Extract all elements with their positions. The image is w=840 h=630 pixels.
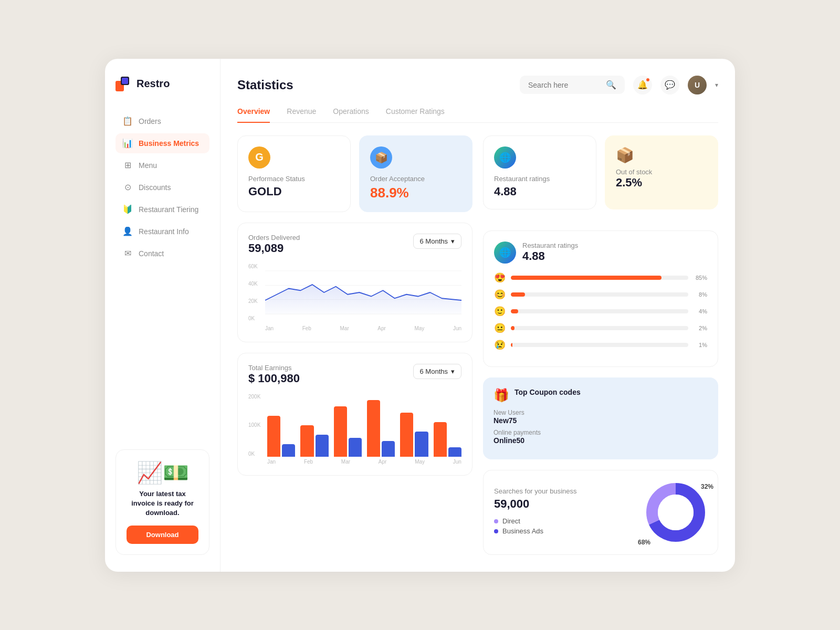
coupon-code-2: Online50 — [494, 436, 708, 445]
direct-dot — [494, 519, 498, 523]
tab-operations[interactable]: Operations — [333, 107, 369, 123]
right-column: 🌐 Restaurant ratings 4.88 📦 Out of stock… — [483, 135, 718, 555]
search-input[interactable] — [528, 81, 602, 89]
orders-chart-title: Orders Delivered — [248, 234, 300, 242]
chevron-down-icon: ▾ — [715, 81, 718, 89]
top-stat-cards: G Performace Status GOLD 📦 Order Accepta… — [237, 135, 472, 212]
search-stats-value: 59,000 — [494, 497, 577, 511]
tab-customer-ratings[interactable]: Customer Ratings — [386, 107, 445, 123]
rating-row-4: 😐 2% — [494, 322, 707, 334]
order-acceptance-card: 📦 Order Acceptance 88.9% — [359, 135, 472, 212]
restaurant-ratings-label: Restaurant ratings — [494, 175, 585, 183]
legend-business-ads: Business Ads — [494, 527, 577, 535]
search-icon: 🔍 — [606, 80, 616, 90]
bar-group-mar — [334, 406, 362, 457]
orders-icon: 📋 — [123, 117, 132, 126]
sidebar: Restro 📋 Orders 📊 Business Metrics ⊞ Men… — [105, 59, 220, 572]
sidebar-item-restaurant-info[interactable]: 👤 Restaurant Info — [116, 222, 209, 242]
avatar[interactable]: U — [688, 76, 707, 94]
order-acceptance-icon: 📦 — [370, 146, 392, 169]
download-button[interactable]: Download — [127, 526, 198, 544]
ratings-card: 🌐 Restaurant ratings 4.88 😍 85% — [483, 230, 718, 367]
coupon-code-1: New75 — [494, 416, 708, 425]
messages-button[interactable]: 💬 — [660, 76, 679, 94]
bar-may-blue — [415, 432, 428, 457]
sidebar-item-business-metrics[interactable]: 📊 Business Metrics — [116, 133, 209, 153]
orders-chart-card: Orders Delivered 59,089 6 Months ▾ 60K 4… — [237, 223, 472, 342]
bar-group-jun — [434, 422, 461, 457]
orders-period-select[interactable]: 6 Months ▾ — [413, 234, 461, 249]
earnings-chart-header: Total Earnings $ 100,980 6 Months ▾ — [248, 364, 461, 385]
main-content: Statistics 🔍 🔔 💬 U ▾ Overview Rev — [220, 59, 735, 572]
bar-track-2 — [511, 292, 688, 297]
out-of-stock-label: Out of stock — [616, 168, 707, 176]
search-stats-info: Searches for your business 59,000 Direct… — [494, 487, 577, 537]
emoji-1: 😍 — [494, 272, 507, 284]
app-name: Restro — [136, 78, 170, 90]
notifications-button[interactable]: 🔔 — [633, 76, 652, 94]
bar-feb-orange — [300, 425, 313, 457]
earnings-chart-info: Total Earnings $ 100,980 — [248, 364, 300, 385]
emoji-4: 😐 — [494, 322, 507, 334]
earnings-period-select[interactable]: 6 Months ▾ — [413, 364, 461, 379]
emoji-3: 🙂 — [494, 306, 507, 317]
bar-may-orange — [400, 413, 413, 457]
bar-jun-orange — [434, 422, 447, 457]
sidebar-item-orders[interactable]: 📋 Orders — [116, 111, 209, 131]
performance-card: G Performace Status GOLD — [237, 135, 351, 212]
bar-group-apr — [367, 400, 395, 457]
search-box[interactable]: 🔍 — [520, 76, 625, 94]
donut-chart: 68% 32% — [644, 481, 707, 544]
contact-icon: ✉ — [123, 249, 132, 258]
tabs: Overview Revenue Operations Customer Rat… — [237, 107, 718, 123]
donut-pct-32: 32% — [701, 483, 713, 490]
bar-group-may — [400, 413, 428, 457]
coupon-label-2: Online payments — [494, 429, 708, 436]
sidebar-item-menu[interactable]: ⊞ Menu — [116, 155, 209, 175]
earnings-chart-area: 200K 100K 0K — [248, 394, 461, 457]
out-of-stock-card: 📦 Out of stock 2.5% — [605, 135, 718, 209]
avatar-image: U — [688, 76, 707, 94]
bar-track-4 — [511, 326, 688, 330]
search-stats-label: Searches for your business — [494, 487, 577, 495]
sidebar-item-contact[interactable]: ✉ Contact — [116, 244, 209, 264]
performance-value: GOLD — [248, 185, 340, 198]
sidebar-item-restaurant-tiering[interactable]: 🔰 Restaurant Tiering — [116, 200, 209, 219]
bar-pct-4: 2% — [692, 325, 707, 331]
out-of-stock-value: 2.5% — [616, 176, 707, 190]
coupon-item-1: New Users New75 — [494, 409, 708, 425]
bar-track-1 — [511, 276, 688, 280]
left-column: G Performace Status GOLD 📦 Order Accepta… — [237, 135, 472, 555]
rating-row-5: 😢 1% — [494, 339, 707, 351]
emoji-5: 😢 — [494, 339, 507, 351]
coupon-title: Top Coupon codes — [514, 388, 581, 396]
search-stats-card: Searches for your business 59,000 Direct… — [483, 470, 718, 555]
donut-svg — [644, 481, 707, 544]
tax-icon: 📈💵 — [127, 460, 198, 485]
header: Statistics 🔍 🔔 💬 U ▾ — [237, 76, 718, 94]
orders-chart-info: Orders Delivered 59,089 — [248, 234, 300, 255]
ratings-header: 🌐 Restaurant ratings 4.88 — [494, 242, 707, 264]
restaurant-ratings-card: 🌐 Restaurant ratings 4.88 — [483, 135, 596, 209]
info-icon: 👤 — [123, 227, 132, 236]
main-grid: G Performace Status GOLD 📦 Order Accepta… — [237, 135, 718, 555]
bar-pct-3: 4% — [692, 308, 707, 314]
discounts-icon: ⊙ — [123, 183, 132, 192]
svg-rect-2 — [122, 78, 128, 84]
tab-revenue[interactable]: Revenue — [287, 107, 316, 123]
y-axis-labels: 60K 40K 20K 0K — [248, 264, 265, 321]
coupon-icon: 🎁 — [494, 388, 509, 403]
logo: Restro — [116, 76, 209, 92]
earnings-chart-card: Total Earnings $ 100,980 6 Months ▾ 200K… — [237, 353, 472, 476]
right-top-cards: 🌐 Restaurant ratings 4.88 📦 Out of stock… — [483, 135, 718, 209]
sidebar-item-discounts[interactable]: ⊙ Discounts — [116, 177, 209, 197]
ratings-value: 4.88 — [522, 249, 578, 263]
business-ads-dot — [494, 529, 498, 533]
bar-fill-4 — [511, 326, 514, 330]
tab-overview[interactable]: Overview — [237, 107, 270, 123]
ratings-globe-icon: 🌐 — [494, 242, 516, 264]
performance-icon: G — [248, 146, 270, 169]
bar-fill-1 — [511, 276, 662, 280]
notification-badge — [646, 78, 650, 82]
bar-chart-area — [267, 394, 461, 457]
